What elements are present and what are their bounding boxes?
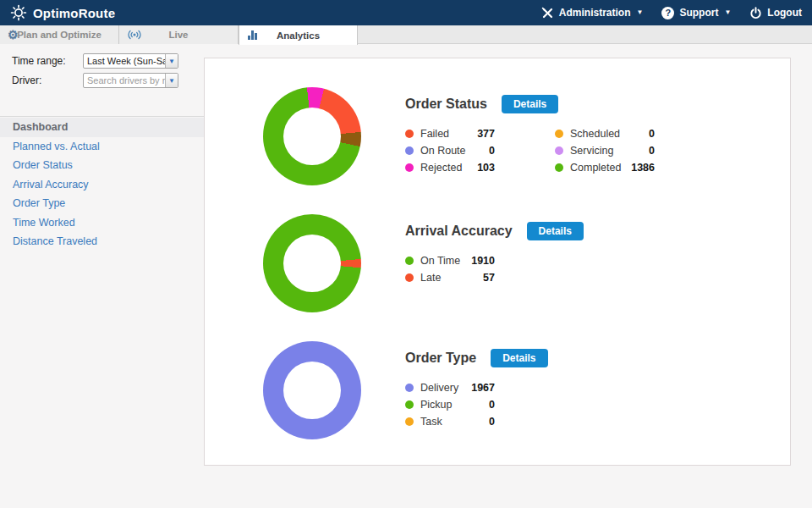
- tab-label: Plan and Optimize: [17, 30, 102, 40]
- legend-item-failed: Failed377: [405, 125, 495, 142]
- legend-item-scheduled: Scheduled0: [555, 125, 655, 142]
- time-range-label: Time range:: [12, 55, 83, 67]
- legend-item-task: Task0: [405, 413, 495, 430]
- legend-value: 0: [649, 145, 655, 157]
- legend-label: Pickup: [420, 399, 453, 411]
- legend-item-rejected: Rejected103: [405, 159, 495, 176]
- section-title: Order Status: [405, 97, 487, 112]
- sidebar-item-arrival-accuracy[interactable]: Arrival Accuracy: [0, 175, 204, 195]
- legend-dot-icon: [405, 163, 414, 172]
- legend-label: Completed: [570, 162, 621, 174]
- tab-live[interactable]: Live: [119, 25, 239, 44]
- legend-label: Rejected: [420, 162, 462, 174]
- help-icon: ?: [661, 7, 674, 19]
- legend-label: On Route: [420, 145, 466, 157]
- tab-analytics[interactable]: Analytics: [239, 25, 358, 45]
- gear-icon: ⚙: [8, 29, 19, 41]
- legend-dot-icon: [405, 384, 414, 392]
- legend-value: 0: [489, 416, 495, 428]
- driver-label: Driver:: [12, 75, 83, 86]
- legend-dot-icon: [405, 257, 414, 265]
- legend-label: Scheduled: [570, 128, 620, 140]
- legend-label: Delivery: [420, 382, 458, 394]
- legend-item-late: Late57: [405, 269, 495, 286]
- legend-dot-icon: [405, 273, 414, 282]
- optimoroute-logo-icon: [10, 4, 27, 21]
- administration-menu[interactable]: Administration ▼: [541, 7, 644, 19]
- order-type-donut-chart: [263, 341, 361, 439]
- order-type-section: Order Type Details Delivery1967Pickup0Ta…: [205, 341, 792, 468]
- legend-value: 57: [483, 272, 495, 284]
- brand-name: OptimoRoute: [33, 6, 115, 20]
- legend-value: 1386: [631, 162, 655, 174]
- arrival-accuracy-legend: On Time1910Late57: [405, 252, 584, 286]
- order-status-donut-chart: [263, 87, 361, 185]
- administration-label: Administration: [559, 7, 631, 19]
- legend-value: 1910: [471, 255, 495, 267]
- analytics-panel: Order Status Details Failed377On Route0R…: [204, 58, 791, 466]
- logout-label: Logout: [767, 7, 802, 19]
- order-type-details-button[interactable]: Details: [491, 349, 547, 367]
- order-type-legend: Delivery1967Pickup0Task0: [405, 379, 548, 430]
- power-icon: [749, 7, 762, 19]
- section-title: Arrival Accuracy: [405, 224, 513, 239]
- sidebar-item-order-status[interactable]: Order Status: [0, 156, 204, 175]
- top-bar: OptimoRoute Administration ▼ ? Support ▼: [0, 0, 812, 25]
- legend-column: On Time1910Late57: [405, 252, 495, 286]
- chevron-down-icon: ▼: [724, 9, 731, 16]
- legend-label: Task: [420, 416, 442, 428]
- legend-column: Delivery1967Pickup0Task0: [405, 379, 495, 430]
- order-status-details-button[interactable]: Details: [502, 95, 558, 113]
- legend-value: 0: [489, 145, 495, 157]
- sidebar-item-planned-vs-actual[interactable]: Planned vs. Actual: [0, 137, 204, 157]
- bar-chart-icon: [247, 30, 258, 41]
- legend-dot-icon: [555, 163, 563, 172]
- arrival-accuracy-details-button[interactable]: Details: [527, 222, 584, 240]
- tab-label: Live: [168, 30, 188, 40]
- legend-label: On Time: [420, 255, 460, 267]
- legend-dot-icon: [555, 146, 563, 155]
- logout-button[interactable]: Logout: [749, 7, 802, 19]
- support-menu[interactable]: ? Support ▼: [661, 7, 731, 19]
- driver-search-select[interactable]: Search drivers by name ▼: [83, 73, 178, 88]
- time-range-select[interactable]: Last Week (Sun-Sat) ▼: [83, 53, 178, 69]
- legend-value: 0: [489, 399, 495, 411]
- legend-dot-icon: [555, 130, 563, 138]
- driver-search-placeholder: Search drivers by name: [84, 75, 165, 86]
- chevron-down-icon: ▼: [165, 74, 178, 87]
- arrival-accuracy-donut-chart: [263, 214, 361, 312]
- chevron-down-icon: ▼: [165, 54, 178, 68]
- legend-item-servicing: Servicing0: [555, 142, 655, 159]
- legend-value: 1967: [471, 382, 495, 394]
- chevron-down-icon: ▼: [637, 9, 644, 16]
- sidebar-item-dashboard[interactable]: Dashboard: [0, 118, 204, 137]
- legend-item-on-time: On Time1910: [405, 252, 495, 269]
- sidebar-item-time-worked[interactable]: Time Worked: [0, 213, 204, 233]
- legend-column: Failed377On Route0Rejected103: [405, 125, 495, 176]
- legend-item-completed: Completed1386: [555, 159, 655, 176]
- legend-label: Servicing: [570, 145, 613, 157]
- support-label: Support: [679, 7, 718, 19]
- legend-item-on-route: On Route0: [405, 142, 495, 159]
- legend-value: 103: [477, 162, 495, 174]
- sidebar-nav: DashboardPlanned vs. ActualOrder StatusA…: [0, 116, 204, 251]
- tab-plan-and-optimize[interactable]: ⚙ Plan and Optimize: [0, 25, 119, 44]
- section-title: Order Type: [405, 351, 476, 366]
- sidebar-item-distance-traveled[interactable]: Distance Traveled: [0, 232, 204, 251]
- legend-value: 0: [649, 128, 655, 140]
- legend-label: Late: [420, 272, 441, 284]
- legend-label: Failed: [420, 128, 449, 140]
- sidebar-item-order-type[interactable]: Order Type: [0, 194, 204, 213]
- legend-item-delivery: Delivery1967: [405, 379, 495, 396]
- broadcast-icon: [127, 30, 142, 40]
- legend-dot-icon: [405, 130, 414, 138]
- legend-dot-icon: [405, 400, 414, 409]
- legend-column: Scheduled0Servicing0Completed1386: [555, 125, 655, 176]
- legend-value: 377: [477, 128, 495, 140]
- order-status-legend: Failed377On Route0Rejected103Scheduled0S…: [405, 125, 655, 176]
- sidebar: Time range: Last Week (Sun-Sat) ▼ Driver…: [0, 44, 204, 251]
- order-status-section: Order Status Details Failed377On Route0R…: [205, 87, 792, 214]
- legend-item-pickup: Pickup0: [405, 396, 495, 413]
- legend-dot-icon: [405, 146, 414, 155]
- arrival-accuracy-section: Arrival Accuracy Details On Time1910Late…: [205, 214, 792, 341]
